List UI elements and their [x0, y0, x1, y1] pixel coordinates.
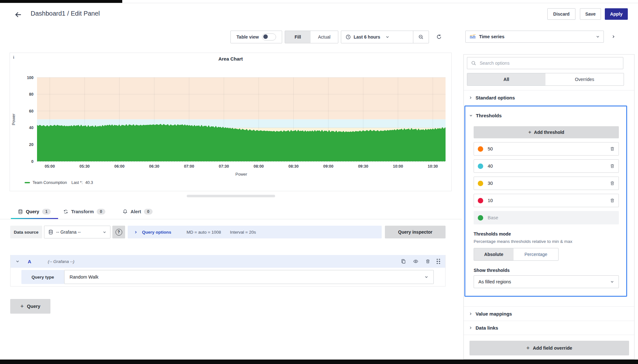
- threshold-value[interactable]: 50: [488, 146, 610, 151]
- query-type-label: Query type: [21, 270, 64, 284]
- add-field-override-button[interactable]: + Add field override: [469, 341, 629, 355]
- delete-query-button[interactable]: [425, 259, 430, 264]
- table-view-toggle[interactable]: [262, 33, 276, 40]
- add-query-button[interactable]: + Query: [10, 299, 50, 314]
- tab-query[interactable]: Query 1: [18, 209, 51, 215]
- panel-resize-handle[interactable]: [187, 195, 275, 197]
- threshold-row[interactable]: 40: [474, 159, 619, 173]
- threshold-value[interactable]: 40: [488, 164, 610, 169]
- actual-button[interactable]: Actual: [311, 31, 338, 43]
- database-icon: [18, 209, 23, 214]
- thresholds-mode-group: Absolute Percentage: [474, 248, 559, 261]
- chevron-down-icon: [610, 280, 614, 284]
- svg-text:05:00: 05:00: [45, 164, 55, 169]
- zoom-out-button[interactable]: [413, 31, 429, 43]
- copy-icon: [401, 259, 406, 264]
- tab-transform-label: Transform: [71, 209, 94, 214]
- svg-text:0: 0: [31, 159, 34, 164]
- time-range-button[interactable]: Last 6 hours: [341, 31, 413, 43]
- svg-text:10:00: 10:00: [393, 164, 403, 169]
- save-button[interactable]: Save: [580, 8, 601, 20]
- drag-handle-icon[interactable]: [437, 259, 440, 264]
- chevron-down-icon: [424, 275, 428, 279]
- query-type-value: Random Walk: [70, 274, 424, 280]
- collapse-options-button[interactable]: [606, 31, 620, 43]
- query-row-header[interactable]: A (-- Grafana --): [11, 255, 445, 268]
- svg-text:09:30: 09:30: [358, 164, 368, 169]
- thresholds-header[interactable]: Thresholds: [465, 110, 625, 121]
- threshold-color-dot[interactable]: [478, 198, 483, 203]
- threshold-row[interactable]: 30: [474, 177, 619, 190]
- threshold-value[interactable]: 10: [488, 198, 610, 203]
- search-options-input[interactable]: [479, 60, 619, 66]
- back-arrow-icon: [14, 11, 22, 19]
- mode-absolute-button[interactable]: Absolute: [474, 248, 514, 260]
- tab-query-label: Query: [26, 209, 39, 214]
- plus-icon: +: [528, 129, 531, 135]
- tab-overrides[interactable]: Overrides: [545, 73, 624, 85]
- section-label: Value mappings: [476, 311, 512, 317]
- thresholds-mode-description: Percentage means thresholds relative to …: [474, 239, 572, 244]
- section-standard-options[interactable]: Standard options: [464, 90, 634, 105]
- threshold-list: 50403010: [474, 142, 619, 211]
- show-thresholds-select[interactable]: As filled regions: [474, 275, 619, 288]
- tab-transform[interactable]: Transform 0: [63, 209, 105, 215]
- mode-percentage-button[interactable]: Percentage: [514, 248, 558, 260]
- back-button[interactable]: [14, 9, 26, 20]
- trash-icon[interactable]: [610, 164, 615, 169]
- trash-icon[interactable]: [610, 181, 615, 186]
- duplicate-query-button[interactable]: [401, 259, 406, 264]
- trash-icon[interactable]: [610, 146, 615, 151]
- query-inspector-button[interactable]: Query inspector: [385, 226, 446, 238]
- base-color-dot[interactable]: [478, 215, 483, 221]
- legend-series-name[interactable]: Team Consumption: [33, 180, 67, 185]
- tabs-divider: [0, 219, 462, 219]
- threshold-color-dot[interactable]: [478, 146, 483, 152]
- section-value-mappings[interactable]: Value mappings: [464, 306, 634, 321]
- threshold-color-dot[interactable]: [478, 181, 483, 186]
- svg-text:09:00: 09:00: [323, 164, 334, 169]
- datasource-help-button[interactable]: ?: [112, 226, 125, 238]
- add-threshold-button[interactable]: + Add threshold: [474, 126, 619, 138]
- refresh-button[interactable]: [432, 31, 446, 43]
- section-data-links[interactable]: Data links: [464, 321, 634, 335]
- table-view-control[interactable]: Table view: [230, 31, 282, 43]
- chevron-down-icon: [469, 114, 473, 117]
- hide-query-button[interactable]: [413, 259, 418, 264]
- query-options-bar[interactable]: Query options MD = auto = 1008 Interval …: [128, 226, 382, 238]
- chevron-right-icon: [469, 96, 472, 99]
- tab-all[interactable]: All: [467, 73, 545, 85]
- discard-button[interactable]: Discard: [547, 8, 575, 20]
- svg-text:Power: Power: [11, 113, 16, 125]
- viz-type-label: Time series: [479, 34, 593, 39]
- apply-button[interactable]: Apply: [605, 8, 628, 20]
- fill-button[interactable]: Fill: [285, 31, 311, 43]
- query-type-select[interactable]: Random Walk: [64, 270, 434, 284]
- tab-alert[interactable]: Alert 0: [123, 209, 153, 215]
- area-chart-canvas[interactable]: 05:0005:3006:0006:3007:0007:3008:0008:30…: [10, 53, 451, 191]
- viz-picker-select[interactable]: Time series: [465, 31, 604, 43]
- query-options-label: Query options: [142, 230, 171, 235]
- help-icon: ?: [116, 229, 122, 236]
- refresh-icon: [436, 34, 442, 40]
- svg-text:07:30: 07:30: [219, 164, 229, 169]
- datasource-label: Data source: [10, 226, 42, 238]
- show-thresholds-label: Show thresholds: [474, 268, 510, 273]
- threshold-row[interactable]: 50: [474, 142, 619, 156]
- panel-options-pane: All Overrides Standard options Threshold…: [463, 54, 634, 360]
- zoom-out-icon: [418, 34, 424, 40]
- bell-icon: [123, 209, 128, 214]
- trash-icon[interactable]: [610, 198, 615, 203]
- chart-panel: i Area Chart 05:0005:3006:0006:3007:0007…: [10, 53, 452, 191]
- svg-text:100: 100: [27, 76, 34, 80]
- chevron-down-icon[interactable]: [16, 259, 19, 263]
- tab-transform-count: 0: [97, 209, 105, 215]
- section-label: Thresholds: [476, 113, 502, 118]
- thresholds-mode-label: Thresholds mode: [474, 231, 511, 237]
- threshold-color-dot[interactable]: [478, 164, 483, 169]
- datasource-select[interactable]: -- Grafana --: [44, 226, 110, 238]
- threshold-value[interactable]: 30: [488, 181, 610, 186]
- legend-last-value: 40.3: [85, 180, 93, 185]
- threshold-row[interactable]: 10: [474, 194, 619, 207]
- edit-panel-page: Dashboard1 / Edit Panel Discard Save App…: [0, 0, 638, 364]
